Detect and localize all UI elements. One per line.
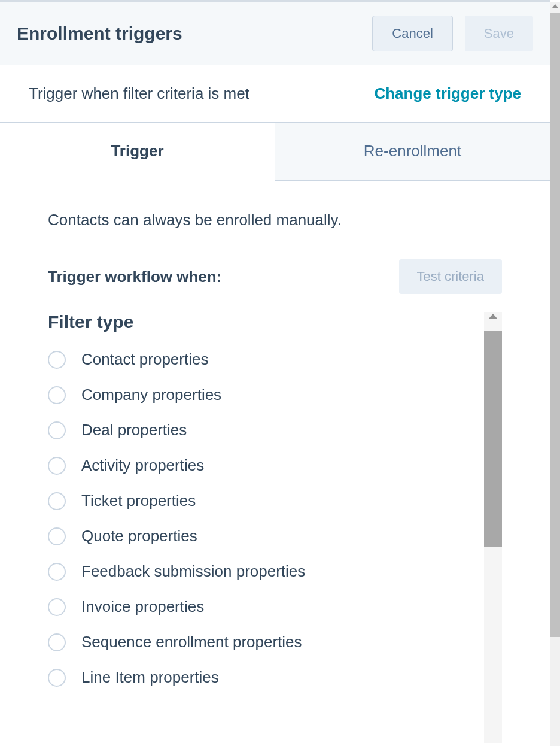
header-buttons: Cancel Save bbox=[372, 16, 533, 51]
outer-scrollbar[interactable] bbox=[550, 2, 560, 746]
page-title: Enrollment triggers bbox=[17, 23, 182, 44]
filter-option-quote-properties[interactable]: Quote properties bbox=[48, 527, 484, 545]
radio-icon bbox=[48, 492, 66, 510]
radio-icon bbox=[48, 563, 66, 581]
trigger-description: Trigger when filter criteria is met bbox=[29, 84, 249, 103]
scroll-thumb[interactable] bbox=[550, 13, 560, 637]
radio-icon bbox=[48, 527, 66, 545]
radio-icon bbox=[48, 386, 66, 404]
trigger-workflow-label: Trigger workflow when: bbox=[48, 268, 221, 286]
filter-section: Filter type Contact properties Company p… bbox=[48, 312, 502, 687]
content: Contacts can always be enrolled manually… bbox=[0, 181, 550, 705]
filter-type-heading: Filter type bbox=[48, 312, 484, 332]
filter-option-contact-properties[interactable]: Contact properties bbox=[48, 350, 484, 369]
filter-label: Feedback submission properties bbox=[81, 562, 305, 581]
tab-reenrollment[interactable]: Re-enrollment bbox=[275, 123, 550, 180]
filter-label: Deal properties bbox=[81, 421, 187, 439]
radio-icon bbox=[48, 351, 66, 369]
filter-option-invoice-properties[interactable]: Invoice properties bbox=[48, 598, 484, 616]
trigger-row: Trigger workflow when: Test criteria bbox=[48, 259, 502, 294]
save-button: Save bbox=[465, 16, 533, 51]
panel: Enrollment triggers Cancel Save Trigger … bbox=[0, 0, 550, 746]
header: Enrollment triggers Cancel Save bbox=[0, 2, 550, 65]
intro-text: Contacts can always be enrolled manually… bbox=[48, 211, 502, 229]
filter-label: Activity properties bbox=[81, 456, 204, 475]
filter-label: Invoice properties bbox=[81, 598, 204, 616]
scroll-thumb[interactable] bbox=[484, 331, 502, 547]
radio-icon bbox=[48, 598, 66, 616]
filter-list: Contact properties Company properties De… bbox=[48, 350, 484, 687]
filter-option-line-item-properties[interactable]: Line Item properties bbox=[48, 668, 484, 687]
subheader: Trigger when filter criteria is met Chan… bbox=[0, 65, 550, 123]
filter-option-deal-properties[interactable]: Deal properties bbox=[48, 421, 484, 439]
filter-label: Line Item properties bbox=[81, 668, 219, 687]
filter-label: Ticket properties bbox=[81, 492, 196, 510]
cancel-button[interactable]: Cancel bbox=[372, 16, 452, 51]
filter-label: Contact properties bbox=[81, 350, 208, 369]
filter-option-activity-properties[interactable]: Activity properties bbox=[48, 456, 484, 475]
inner-scrollbar[interactable] bbox=[484, 312, 502, 743]
tab-trigger[interactable]: Trigger bbox=[0, 123, 275, 181]
filter-option-company-properties[interactable]: Company properties bbox=[48, 386, 484, 404]
radio-icon bbox=[48, 633, 66, 651]
scroll-up-icon bbox=[489, 314, 497, 319]
radio-icon bbox=[48, 457, 66, 475]
filter-option-feedback-submission-properties[interactable]: Feedback submission properties bbox=[48, 562, 484, 581]
filter-label: Quote properties bbox=[81, 527, 197, 545]
scroll-up-icon bbox=[552, 4, 558, 8]
filter-label: Company properties bbox=[81, 386, 221, 404]
radio-icon bbox=[48, 421, 66, 439]
test-criteria-button: Test criteria bbox=[399, 259, 502, 294]
filter-label: Sequence enrollment properties bbox=[81, 633, 302, 651]
filter-option-sequence-enrollment-properties[interactable]: Sequence enrollment properties bbox=[48, 633, 484, 651]
change-trigger-type-link[interactable]: Change trigger type bbox=[374, 84, 521, 103]
tabs: Trigger Re-enrollment bbox=[0, 123, 550, 181]
filter-option-ticket-properties[interactable]: Ticket properties bbox=[48, 492, 484, 510]
radio-icon bbox=[48, 669, 66, 687]
